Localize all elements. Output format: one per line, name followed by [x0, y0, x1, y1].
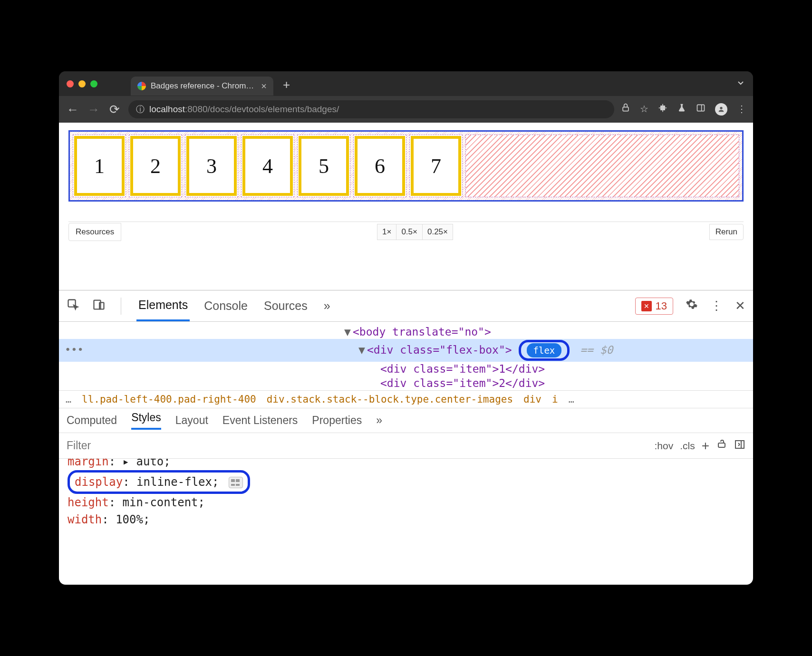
- paint-bucket-icon[interactable]: [716, 439, 727, 453]
- subtab-styles[interactable]: Styles: [131, 411, 161, 430]
- titlebar: Badges reference - Chrome De × +: [59, 71, 753, 96]
- error-count: 13: [656, 300, 667, 312]
- crumb-3[interactable]: div: [523, 394, 541, 405]
- settings-gear-icon[interactable]: [686, 298, 698, 314]
- style-display-line[interactable]: display: inline-flex;: [68, 470, 744, 494]
- device-toolbar-icon[interactable]: [92, 298, 106, 314]
- labs-flask-icon[interactable]: [677, 103, 686, 116]
- close-devtools-icon[interactable]: ✕: [735, 299, 745, 313]
- flex-item: 1: [73, 135, 126, 197]
- flex-item: 7: [409, 135, 463, 197]
- flex-container-overlay[interactable]: 1 2 3 4 5 6 7: [68, 130, 744, 202]
- box-7: 7: [411, 136, 461, 196]
- error-icon: ✕: [641, 301, 652, 311]
- back-button[interactable]: ←: [66, 102, 80, 117]
- subtabs-overflow-icon[interactable]: »: [376, 414, 382, 427]
- dom-flexbox-line[interactable]: ▼<div class="flex-box"> flex == $0: [59, 339, 753, 362]
- dom-item1-line[interactable]: <div class="item">1</div>: [59, 362, 753, 376]
- scale-025x-button[interactable]: 0.25×: [422, 224, 453, 240]
- crumb-overflow-right-icon[interactable]: …: [569, 394, 574, 405]
- browser-tab[interactable]: Badges reference - Chrome De ×: [131, 77, 273, 96]
- url-field[interactable]: ⓘ localhost:8080/docs/devtools/elements/…: [128, 100, 614, 118]
- tab-title: Badges reference - Chrome De: [151, 81, 256, 91]
- display-flex-highlight: display: inline-flex;: [68, 470, 250, 494]
- bookmark-star-icon[interactable]: ☆: [640, 103, 648, 116]
- flex-editor-icon[interactable]: [229, 477, 243, 488]
- tabs-overflow-icon[interactable]: »: [322, 291, 332, 320]
- subtab-properties[interactable]: Properties: [312, 414, 362, 427]
- flex-item: 4: [241, 135, 294, 197]
- dom-breadcrumbs[interactable]: … ll.pad-left-400.pad-right-400 div.stac…: [59, 390, 753, 408]
- style-height-line[interactable]: height: min-content;: [68, 494, 744, 511]
- scale-05x-button[interactable]: 0.5×: [396, 224, 423, 240]
- tab-elements[interactable]: Elements: [136, 290, 190, 321]
- flex-item: 2: [129, 135, 182, 197]
- demo-controls: Resources 1× 0.5× 0.25× Rerun: [68, 222, 744, 241]
- share-icon[interactable]: [621, 103, 630, 116]
- side-panel-icon[interactable]: [696, 103, 706, 116]
- resources-button[interactable]: Resources: [68, 223, 121, 241]
- close-tab-icon[interactable]: ×: [261, 81, 267, 92]
- close-window-button[interactable]: [67, 80, 74, 87]
- flex-item: 5: [297, 135, 350, 197]
- new-tab-button[interactable]: +: [283, 77, 290, 92]
- svg-rect-0: [623, 107, 628, 111]
- crumb-1[interactable]: ll.pad-left-400.pad-right-400: [82, 394, 256, 405]
- box-6: 6: [355, 136, 405, 196]
- extensions-icon[interactable]: [658, 103, 667, 116]
- svg-rect-1: [697, 105, 705, 111]
- crumb-2[interactable]: div.stack.stack--block.type.center-image…: [267, 394, 513, 405]
- url-host: localhost: [149, 104, 185, 114]
- address-bar: ← → ⟳ ⓘ localhost:8080/docs/devtools/ele…: [59, 96, 753, 123]
- page-content: 1 2 3 4 5 6 7 Resources 1× 0.5× 0.25× Re…: [59, 123, 753, 290]
- subtab-computed[interactable]: Computed: [67, 414, 117, 427]
- tab-sources[interactable]: Sources: [262, 291, 309, 320]
- scale-1x-button[interactable]: 1×: [377, 224, 396, 240]
- cls-toggle[interactable]: .cls: [680, 440, 695, 452]
- style-margin-line[interactable]: margin: ▸ auto;: [68, 459, 744, 470]
- tab-console[interactable]: Console: [202, 291, 250, 320]
- svg-point-3: [720, 107, 722, 109]
- flex-badge[interactable]: flex: [527, 343, 562, 357]
- crumb-overflow-left-icon[interactable]: …: [66, 394, 71, 405]
- browser-window: Badges reference - Chrome De × + ← → ⟳ ⓘ…: [59, 71, 753, 585]
- crumb-4[interactable]: i: [552, 394, 558, 405]
- error-count-badge[interactable]: ✕ 13: [635, 298, 673, 315]
- devtools-tabbar: Elements Console Sources » ✕ 13 ⋮ ✕: [59, 290, 753, 322]
- dom-ellipsis-icon[interactable]: •••: [65, 344, 84, 356]
- fullscreen-window-button[interactable]: [90, 80, 97, 87]
- subtab-event-listeners[interactable]: Event Listeners: [222, 414, 298, 427]
- minimize-window-button[interactable]: [78, 80, 86, 87]
- styles-body[interactable]: margin: ▸ auto; display: inline-flex; he…: [59, 459, 753, 530]
- flex-empty-space: [465, 135, 739, 197]
- box-5: 5: [299, 136, 349, 196]
- flex-item: 3: [185, 135, 238, 197]
- style-width-line[interactable]: width: 100%;: [68, 511, 744, 528]
- box-3: 3: [186, 136, 237, 196]
- kebab-menu-icon[interactable]: ⋮: [737, 103, 746, 116]
- reload-button[interactable]: ⟳: [107, 102, 122, 117]
- tabs-dropdown-icon[interactable]: [736, 78, 745, 89]
- hov-toggle[interactable]: :hov: [654, 440, 673, 452]
- forward-button[interactable]: →: [87, 102, 101, 117]
- styles-subtabs: Computed Styles Layout Event Listeners P…: [59, 408, 753, 433]
- styles-filter-input[interactable]: [67, 439, 648, 452]
- site-info-icon[interactable]: ⓘ: [136, 104, 145, 115]
- box-1: 1: [74, 136, 125, 196]
- dom-tree[interactable]: ••• ▼<body translate="no"> ▼<div class="…: [59, 322, 753, 390]
- flex-badge-highlight: flex: [519, 340, 570, 361]
- devtools-panel: Elements Console Sources » ✕ 13 ⋮ ✕ ••• …: [59, 290, 753, 585]
- inspect-element-icon[interactable]: [67, 298, 80, 314]
- window-controls: [67, 80, 97, 87]
- box-4: 4: [242, 136, 293, 196]
- dom-item2-line[interactable]: <div class="item">2</div>: [59, 376, 753, 390]
- subtab-layout[interactable]: Layout: [175, 414, 208, 427]
- styles-filter-row: :hov .cls +: [59, 433, 753, 459]
- dom-body-line[interactable]: ▼<body translate="no">: [59, 325, 753, 339]
- chrome-favicon-icon: [137, 82, 146, 90]
- rerun-button[interactable]: Rerun: [709, 224, 744, 240]
- new-style-rule-icon[interactable]: +: [702, 438, 709, 453]
- computed-toggle-icon[interactable]: [734, 439, 745, 453]
- devtools-menu-icon[interactable]: ⋮: [710, 299, 723, 313]
- profile-avatar-icon[interactable]: [715, 103, 727, 116]
